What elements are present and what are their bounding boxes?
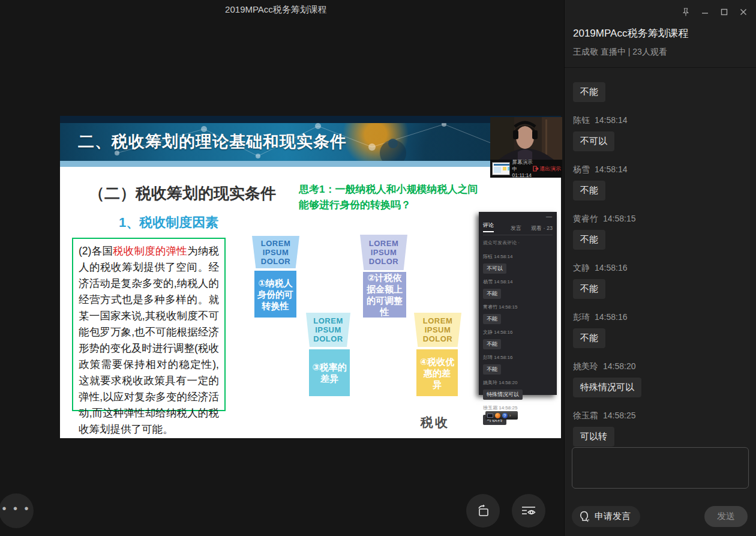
presenting-timer: 01:11:14: [512, 172, 533, 179]
tray-window-icon: [487, 414, 493, 418]
mini-message: 陈钰 14:58:14不可以: [483, 253, 553, 274]
factor-box-4-header: LOREM IPSUM DOLOR: [414, 313, 461, 347]
slide-section-title: （二）税收筹划的现实条件: [89, 183, 276, 204]
tray-collapse-icon: ›: [509, 414, 511, 418]
maximize-icon: [721, 8, 728, 16]
mini-panel-notice: 观众可发表评论 ·: [483, 239, 553, 246]
sender-name: 杨雪: [573, 164, 590, 174]
timestamp: 14:58:16: [595, 312, 628, 322]
slide-banner-title: 二、税收筹划的理论基础和现实条件: [78, 123, 347, 161]
exit-presentation-button: 退出演示: [533, 165, 561, 173]
mini-message: 姚美玲 14:58:20特殊情况可以: [483, 379, 553, 400]
tray-help-icon: ?: [502, 413, 508, 418]
more-icon: • • •: [2, 502, 30, 514]
mini-panel-divider: [483, 235, 553, 235]
chat-message: 不能: [573, 82, 748, 102]
mini-tab-viewers: 观看 · 23: [531, 224, 553, 232]
timestamp: 14:58:14: [595, 164, 628, 174]
sender-name: 陈钰: [573, 115, 590, 125]
mini-tab-speak: 发言: [511, 224, 521, 232]
request-speak-button[interactable]: 申请发言: [572, 506, 640, 527]
chat-bubble: 不能: [573, 82, 605, 102]
chat-bubble: 不能: [573, 279, 605, 299]
mini-message: 彭琦 14:58:16不能: [483, 354, 553, 375]
factor-box-1-header: LOREM IPSUM DOLOR: [252, 236, 299, 268]
highlighted-term: 税收制度的弹性: [113, 245, 187, 257]
factor-box-2-header: LOREM IPSUM DOLOR: [360, 235, 407, 270]
rotate-screen-button[interactable]: [466, 494, 500, 528]
minimize-window-button[interactable]: [698, 6, 712, 18]
sender-name: 姚美玲: [573, 361, 598, 371]
factor-box-3-label: ③税率的差异: [309, 349, 350, 396]
mini-tab-comments: 评论: [483, 221, 494, 232]
rotate-screen-icon: [475, 504, 491, 518]
sender-name: 文静: [573, 263, 590, 273]
chat-bubble: 特殊情况可以: [573, 378, 641, 397]
close-window-button[interactable]: [737, 6, 750, 18]
presenting-status-bar: 屏幕演示中 01:11:14 退出演示: [490, 160, 562, 178]
course-title: 2019MPAcc税务筹划课程: [573, 26, 688, 40]
slide-paragraph: (2)各国税收制度的弹性为纳税人的税收筹划提供了空间。经济活动是复杂多变的,纳税…: [72, 238, 226, 411]
mini-message: 文静 14:58:16不能: [483, 329, 553, 349]
chat-bubble: 可以转: [573, 427, 614, 447]
slide-footer-label: 税收: [421, 414, 449, 431]
sender-name: 黄睿竹: [573, 214, 598, 223]
banner-bottom-strip: [60, 161, 561, 167]
presenter-webcam-video: [490, 117, 562, 160]
chat-message: 杨雪14:58:14 不能: [573, 164, 748, 200]
chat-message: 文静14:58:16 不能: [573, 263, 748, 299]
chat-message: 徐玉霜14:58:25 可以转: [573, 411, 748, 447]
mini-panel-minimize: —: [546, 213, 552, 220]
timestamp: 14:58:15: [603, 214, 636, 223]
chat-bubble: 不可以: [573, 131, 614, 151]
sender-name: 徐玉霜: [573, 411, 598, 420]
toggle-comments-overlay-button[interactable]: [512, 494, 545, 528]
chat-bubble: 不能: [573, 230, 605, 250]
mini-message: 黄睿竹 14:58:15不能: [483, 304, 553, 324]
pin-window-button[interactable]: [679, 6, 692, 18]
sender-name: 彭琦: [573, 312, 590, 322]
chat-input[interactable]: [572, 447, 749, 489]
mini-message: 杨雪 14:58:14不能: [483, 279, 553, 299]
floating-tray-toolbar: ? ›: [485, 411, 518, 420]
send-button[interactable]: 发送: [704, 506, 748, 527]
slide-question: 思考1：一般纳税人和小规模纳税人之间 能够进行身份的转换吗？: [299, 182, 497, 213]
pin-icon: [682, 8, 690, 17]
slide-banner: 二、税收筹划的理论基础和现实条件: [60, 123, 561, 161]
exit-icon: [533, 166, 539, 172]
chat-message: 彭琦14:58:16 不能: [573, 312, 748, 348]
shared-screen-comment-panel: — 评论 发言 观看 · 23 观众可发表评论 · 陈钰 14:58:14不可以…: [479, 212, 557, 395]
live-stage: 2019MPAcc税务筹划课程: [0, 0, 564, 536]
mini-panel-messages: 陈钰 14:58:14不可以 杨雪 14:58:14不能 黄睿竹 14:58:1…: [483, 253, 553, 425]
timestamp: 14:58:20: [603, 361, 636, 371]
timestamp: 14:58:14: [595, 115, 628, 125]
timestamp: 14:58:16: [595, 263, 628, 273]
factor-box-3-header: LOREM IPSUM DOLOR: [306, 313, 350, 347]
tray-record-icon: [495, 413, 500, 418]
chat-message: 陈钰14:58:14 不可以: [573, 115, 748, 151]
stream-title: 2019MPAcc税务筹划课程: [0, 4, 552, 16]
close-icon: [740, 8, 747, 16]
live-status: 王成敬 直播中 | 23人观看: [573, 47, 667, 58]
list-eye-icon: [521, 504, 536, 517]
speak-icon: [578, 510, 591, 523]
factor-box-4-label: ④税收优惠的差异: [416, 349, 458, 396]
factor-box-1-label: ①纳税人身份的可转换性: [254, 271, 296, 318]
timestamp: 14:58:25: [603, 411, 636, 420]
more-options-button[interactable]: • • •: [0, 493, 34, 528]
slide-subsection-title: 1、税收制度因素: [119, 214, 218, 232]
chat-bubble: 不能: [573, 181, 605, 200]
factor-box-2-label: ②计税依据金额上的可调整性: [363, 272, 406, 318]
chat-message: 姚美玲14:58:20 特殊情况可以: [573, 361, 748, 397]
screen-share-thumbnail: [492, 162, 510, 175]
presenter-silhouette: [490, 117, 562, 160]
minimize-icon: [701, 8, 709, 16]
chat-message: 黄睿竹14:58:15 不能: [573, 214, 748, 250]
presenting-status: 屏幕演示中 01:11:14: [512, 159, 533, 179]
sidebar-divider: [565, 67, 756, 68]
app-window: 2019MPAcc税务筹划课程: [0, 0, 756, 536]
maximize-window-button[interactable]: [718, 6, 731, 18]
banner-top-strip: [60, 116, 561, 123]
chat-bubble: 不能: [573, 328, 605, 348]
chat-message-list: 不能 陈钰14:58:14 不可以 杨雪14:58:14 不能 黄睿竹14:58…: [573, 82, 748, 460]
